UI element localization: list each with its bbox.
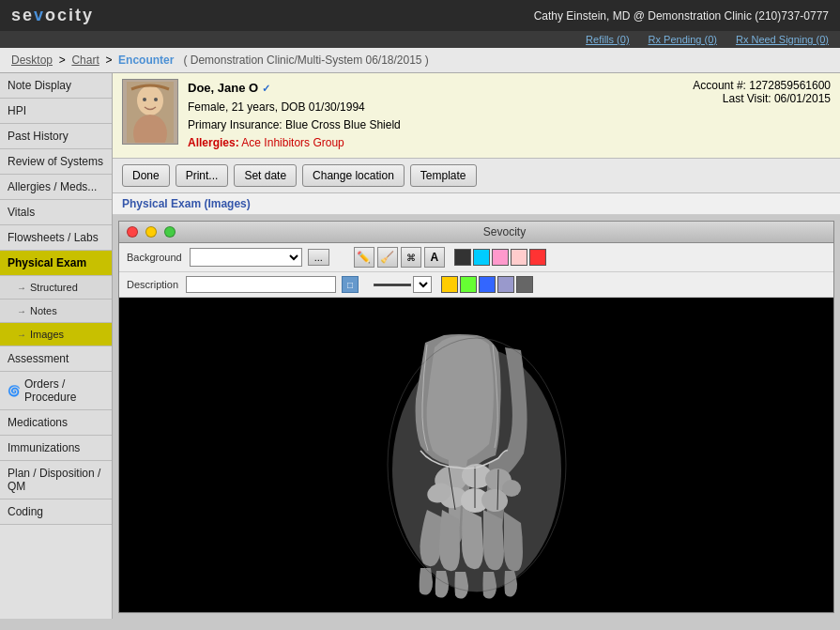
patient-bar: Doe, Jane O ✓ Female, 21 years, DOB 01/3… [113, 73, 840, 159]
template-button[interactable]: Template [410, 164, 477, 187]
sidebar-item-immunizations[interactable]: Immunizations [0, 436, 112, 461]
editor-title: Sevocity [183, 225, 826, 238]
breadcrumb-chart[interactable]: Chart [71, 54, 99, 67]
line-preview [374, 284, 411, 286]
patient-details: Doe, Jane O ✓ Female, 21 years, DOB 01/3… [188, 79, 683, 152]
color-yellow[interactable] [441, 276, 458, 293]
sidebar-item-physical-exam[interactable]: Physical Exam [0, 251, 112, 276]
description-input[interactable] [186, 276, 336, 293]
drawing-tools-group: ✏️ 🧹 ⌘ A [354, 247, 445, 268]
line-select[interactable]: ▼ [413, 276, 432, 293]
sidebar-item-plan-disposition[interactable]: Plan / Disposition / QM [0, 461, 112, 499]
color-blue[interactable] [479, 276, 496, 293]
section-title: Physical Exam (Images) [113, 193, 840, 215]
action-bar: Done Print... Set date Change location T… [113, 159, 840, 193]
main-layout: Note Display HPI Past History Review of … [0, 73, 840, 619]
background-browse-button[interactable]: ... [308, 249, 329, 266]
pencil-tool[interactable]: ✏️ [354, 247, 374, 268]
toolbar-description-row: Description □ ▼ [119, 272, 833, 298]
sidebar-item-note-display[interactable]: Note Display [0, 73, 112, 99]
line-tool-group: ▼ [374, 276, 432, 293]
sidebar: Note Display HPI Past History Review of … [0, 73, 113, 619]
color-cyan[interactable] [473, 249, 490, 266]
color-light-pink[interactable] [511, 249, 527, 266]
expand-button[interactable]: □ [342, 276, 359, 293]
links-bar: Refills (0) Rx Pending (0) Rx Need Signi… [0, 31, 840, 48]
set-date-button[interactable]: Set date [234, 164, 297, 187]
patient-name: Doe, Jane O ✓ [188, 79, 683, 99]
background-label: Background [127, 252, 182, 263]
patient-account-info: Account #: 1272859561600 Last Visit: 06/… [693, 79, 831, 105]
svg-point-4 [154, 98, 158, 101]
color-dark-gray[interactable] [516, 276, 533, 293]
image-editor: Sevocity Background ... ✏️ 🧹 ⌘ A [118, 221, 834, 613]
patient-age-dob: Female, 21 years, DOB 01/30/1994 [188, 99, 683, 116]
color-pink[interactable] [492, 249, 509, 266]
color-purple[interactable] [497, 276, 514, 293]
image-canvas [119, 298, 833, 612]
sidebar-item-images[interactable]: → Images [0, 323, 112, 346]
description-label: Description [127, 279, 178, 290]
sidebar-item-structured[interactable]: → Structured [0, 276, 112, 300]
logo: sevocity [11, 6, 94, 25]
arrow-icon: → [17, 283, 26, 293]
traffic-light-yellow[interactable] [145, 226, 157, 238]
breadcrumb-encounter: Encounter [118, 54, 174, 67]
sidebar-item-vitals[interactable]: Vitals [0, 200, 112, 225]
line-selector: ▼ [374, 276, 432, 293]
orders-icon: 🌀 [8, 385, 21, 397]
patient-avatar-svg [127, 82, 174, 143]
logo-accent: v [34, 6, 45, 24]
breadcrumb-sub: ( Demonstration Clinic/Multi-System 06/1… [183, 54, 428, 67]
done-button[interactable]: Done [122, 164, 170, 187]
user-info: Cathy Einstein, MD @ Demonstration Clini… [534, 9, 829, 23]
sidebar-item-assessment[interactable]: Assessment [0, 346, 112, 372]
svg-point-3 [143, 98, 146, 101]
color-row-2 [441, 276, 533, 293]
top-header: sevocity Cathy Einstein, MD @ Demonstrat… [0, 0, 840, 31]
sidebar-item-notes[interactable]: → Notes [0, 300, 112, 323]
sidebar-item-flowsheets-labs[interactable]: Flowsheets / Labs [0, 225, 112, 251]
shape-tool[interactable]: ⌘ [401, 247, 421, 268]
sidebar-item-review-of-systems[interactable]: Review of Systems [0, 149, 112, 175]
editor-titlebar: Sevocity [119, 222, 833, 243]
color-row-1 [454, 249, 546, 266]
traffic-light-red[interactable] [127, 226, 138, 238]
sidebar-item-hpi[interactable]: HPI [0, 99, 112, 124]
arrow-icon: → [17, 306, 26, 316]
color-red[interactable] [529, 249, 546, 266]
patient-photo [122, 79, 178, 145]
rx-signing-link[interactable]: Rx Need Signing (0) [736, 34, 829, 45]
breadcrumb-desktop[interactable]: Desktop [11, 54, 53, 67]
patient-insurance: Primary Insurance: Blue Cross Blue Shiel… [188, 116, 683, 134]
svg-point-1 [137, 85, 163, 115]
eraser-tool[interactable]: 🧹 [377, 247, 398, 268]
color-black[interactable] [454, 249, 471, 266]
sidebar-item-allergies-meds[interactable]: Allergies / Meds... [0, 175, 112, 200]
print-button[interactable]: Print... [176, 164, 229, 187]
sidebar-item-coding[interactable]: Coding [0, 499, 112, 525]
sidebar-item-medications[interactable]: Medications [0, 410, 112, 436]
patient-allergy: Allergies: Ace Inhibitors Group [188, 134, 683, 152]
text-tool[interactable]: A [424, 247, 445, 268]
toolbar-background-row: Background ... ✏️ 🧹 ⌘ A [119, 243, 833, 272]
sidebar-item-orders-procedure[interactable]: 🌀 Orders / Procedure [0, 372, 112, 410]
refills-link[interactable]: Refills (0) [586, 34, 629, 45]
color-green[interactable] [460, 276, 477, 293]
xray-svg [275, 298, 679, 612]
sidebar-item-past-history[interactable]: Past History [0, 124, 112, 149]
background-select[interactable] [190, 248, 302, 267]
rx-pending-link[interactable]: Rx Pending (0) [649, 34, 717, 45]
content-area: Doe, Jane O ✓ Female, 21 years, DOB 01/3… [113, 73, 840, 619]
change-location-button[interactable]: Change location [302, 164, 405, 187]
traffic-light-green[interactable] [164, 226, 176, 238]
breadcrumb: Desktop > Chart > Encounter ( Demonstrat… [0, 48, 840, 73]
arrow-icon: → [17, 330, 26, 340]
